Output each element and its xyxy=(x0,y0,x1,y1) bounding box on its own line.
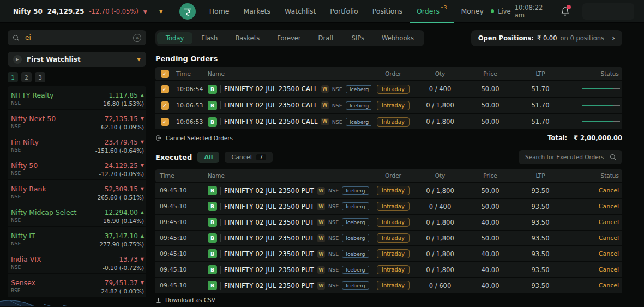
order-qty: 0 / 400 xyxy=(415,203,465,210)
executed-order-row[interactable]: 09:45:10 B FINNIFTY 02 JUL 23500 PUT W N… xyxy=(155,231,622,245)
executed-search-box[interactable] xyxy=(519,150,622,164)
watchlist-item[interactable]: India VIX 13.73 ▼ NSE -0.10 (-0.72%) xyxy=(8,250,146,274)
profile-area[interactable] xyxy=(582,3,634,20)
instrument-change: -12.70 (-0.05%) xyxy=(99,171,144,177)
orders-tab[interactable]: Baskets xyxy=(226,32,268,44)
iceberg-tag: Iceberg xyxy=(342,281,369,290)
cancel-order-button[interactable]: Cancel xyxy=(565,187,622,194)
watchlist-item[interactable]: Nifty IT 37,147.10 ▲ NSE 277.90 (0.75%) xyxy=(8,227,146,250)
notifications-bell-icon[interactable] xyxy=(561,7,570,16)
order-time: 09:45:10 xyxy=(155,282,208,289)
orders-tab-label: Webhooks xyxy=(382,34,414,42)
orders-tab[interactable]: SIPs xyxy=(343,32,373,44)
watchlist-item[interactable]: Nifty Next 50 72,135.15 ▼ NSE -62.10 (-0… xyxy=(8,110,146,133)
executed-order-row[interactable]: 09:45:10 B FINNIFTY 02 JUL 23500 PUT W N… xyxy=(155,215,622,230)
order-type-badge: Intraday xyxy=(377,202,410,211)
executed-order-row[interactable]: 09:45:10 B FINNIFTY 02 JUL 23500 PUT W N… xyxy=(155,199,622,214)
watchlist-search-box[interactable]: ✕ xyxy=(8,30,146,45)
order-price: 40.00 xyxy=(465,266,515,274)
order-price: 50.00 xyxy=(465,85,515,93)
order-time: 09:45:10 xyxy=(155,219,208,226)
instrument-price: 23,479.45 xyxy=(105,139,138,146)
order-price: 50.00 xyxy=(465,203,515,210)
order-status-progress-bar xyxy=(582,121,620,122)
dhan-logo[interactable] xyxy=(179,3,196,20)
download-csv-button[interactable]: Download as CSV xyxy=(155,297,622,303)
cancel-order-button[interactable]: Cancel xyxy=(565,203,622,210)
executed-order-row[interactable]: 09:45:10 B FINNIFTY 02 JUL 23500 PUT W N… xyxy=(155,262,622,277)
nav-item[interactable]: Markets xyxy=(237,0,278,23)
cancel-order-button[interactable]: Cancel xyxy=(565,266,622,273)
total-label: Total: xyxy=(547,134,567,142)
select-all-checkbox[interactable] xyxy=(161,70,169,78)
executed-order-row[interactable]: 09:45:10 B FINNIFTY 02 JUL 23500 PUT W N… xyxy=(155,246,622,261)
instrument-change: 16.80 (1.53%) xyxy=(103,100,144,107)
open-positions-value: ₹ 0.00 xyxy=(537,34,557,42)
watchlist-item[interactable]: Nifty 50 24,129.25 ▼ NSE -12.70 (-0.05%) xyxy=(8,156,146,180)
watchlist-item[interactable]: Nifty Bank 52,309.15 ▼ NSE -265.60 (-0.5… xyxy=(8,180,146,203)
watchlist-search-input[interactable] xyxy=(24,33,129,42)
order-time: 10:06:54 xyxy=(174,86,208,93)
orders-tab[interactable]: Draft xyxy=(310,32,343,44)
nav-item[interactable]: Orders 3 xyxy=(410,0,454,23)
divider xyxy=(220,85,221,93)
watchlist-item[interactable]: Sensex 79,451.37 ▼ BSE -24.82 (-0.03%) xyxy=(8,274,146,297)
cancel-order-button[interactable]: Cancel xyxy=(565,282,622,289)
row-checkbox[interactable] xyxy=(161,118,169,126)
executed-filter-cancel[interactable]: Cancel 7 xyxy=(225,152,273,163)
order-price: 50.00 xyxy=(465,101,515,109)
pending-order-row[interactable]: 10:06:54 B FINNIFTY 02 JUL 23500 CALL W … xyxy=(155,81,622,97)
executed-filter-all[interactable]: All xyxy=(197,152,219,163)
open-positions-summary[interactable]: Open Positions: ₹ 0.00 on 0 positions › xyxy=(471,30,622,46)
clear-search-icon[interactable]: ✕ xyxy=(133,34,141,42)
pending-order-row[interactable]: 10:06:53 B FINNIFTY 02 JUL 23500 CALL W … xyxy=(155,98,622,113)
watchlist-page-tab[interactable]: 3 xyxy=(35,72,45,82)
instrument-exchange: NSE xyxy=(11,241,21,248)
orders-tab[interactable]: Today xyxy=(157,32,192,44)
watchlist-selector[interactable]: ▶ First Watchlist ▼ xyxy=(8,52,146,67)
divider xyxy=(220,266,221,274)
filter-all-label: All xyxy=(204,154,213,161)
nav-item[interactable]: Money xyxy=(454,0,490,23)
cancel-order-button[interactable]: Cancel xyxy=(565,234,622,242)
cancel-order-button[interactable]: Cancel xyxy=(565,250,622,257)
executed-order-row[interactable]: 09:45:10 B FINNIFTY 02 JUL 23500 PUT W N… xyxy=(155,278,622,293)
orders-tab[interactable]: Flash xyxy=(192,32,226,44)
orders-tab[interactable]: Webhooks xyxy=(373,32,423,44)
row-checkbox[interactable] xyxy=(161,101,169,110)
watchlist-dropdown-caret-icon: ▼ xyxy=(137,57,141,62)
cancel-selected-orders-button[interactable]: Cancel Selected Orders xyxy=(155,135,233,141)
nav-item[interactable]: Home xyxy=(202,0,237,23)
price-direction-arrow-icon: ▲ xyxy=(141,210,144,215)
ticker-dropdown-caret-icon[interactable]: ▼ xyxy=(159,9,163,14)
ticker-down-arrow-icon: ▼ xyxy=(143,9,147,15)
watchlist-page-tab[interactable]: 1 xyxy=(8,72,18,82)
cancel-count-badge: 7 xyxy=(256,154,266,160)
orders-tab[interactable]: Forever xyxy=(268,32,309,44)
nav-item-label: Markets xyxy=(244,7,270,15)
nav-item[interactable]: Portfolio xyxy=(323,0,365,23)
pending-rows: 10:06:54 B FINNIFTY 02 JUL 23500 CALL W … xyxy=(155,81,622,129)
watchlist-tab-label: 3 xyxy=(38,74,42,81)
watchlist-item[interactable]: NIFTY Realty 1,117.85 ▲ NSE 16.80 (1.53%… xyxy=(8,86,146,110)
watchlist-page-tab[interactable]: 2 xyxy=(21,72,32,82)
order-ltp: 93.50 xyxy=(515,219,565,226)
nav-item[interactable]: Positions xyxy=(365,0,410,23)
col-header-qty: Qty xyxy=(415,70,465,77)
top-bar: Nifty 50 24,129.25 -12.70 (-0.05%) ▼ ▼ H… xyxy=(0,0,644,23)
nav-item[interactable]: Watchlist xyxy=(278,0,323,23)
col-header-name: Name xyxy=(208,70,371,77)
executed-order-row[interactable]: 09:45:10 B FINNIFTY 02 JUL 23500 PUT W N… xyxy=(155,183,622,198)
order-qty: 0 / 1,800 xyxy=(415,101,465,109)
order-qty: 0 / 1,800 xyxy=(415,250,465,258)
row-checkbox[interactable] xyxy=(161,85,169,93)
search-icon xyxy=(610,154,617,161)
executed-search-input[interactable] xyxy=(524,153,605,161)
index-ticker[interactable]: Nifty 50 24,129.25 -12.70 (-0.05%) ▼ xyxy=(13,8,147,15)
instrument-name: Nifty Bank xyxy=(11,185,46,193)
cancel-order-button[interactable]: Cancel xyxy=(565,219,622,226)
pending-order-row[interactable]: 10:06:53 B FINNIFTY 02 JUL 23500 CALL W … xyxy=(155,114,622,129)
watchlist-item[interactable]: Fin Nifty 23,479.45 ▼ NSE -151.60 (-0.64… xyxy=(8,133,146,156)
instrument-price: 13.73 xyxy=(119,256,137,263)
watchlist-item[interactable]: Nifty Midcap Select 12,294.00 ▲ NSE 16.9… xyxy=(8,203,146,227)
